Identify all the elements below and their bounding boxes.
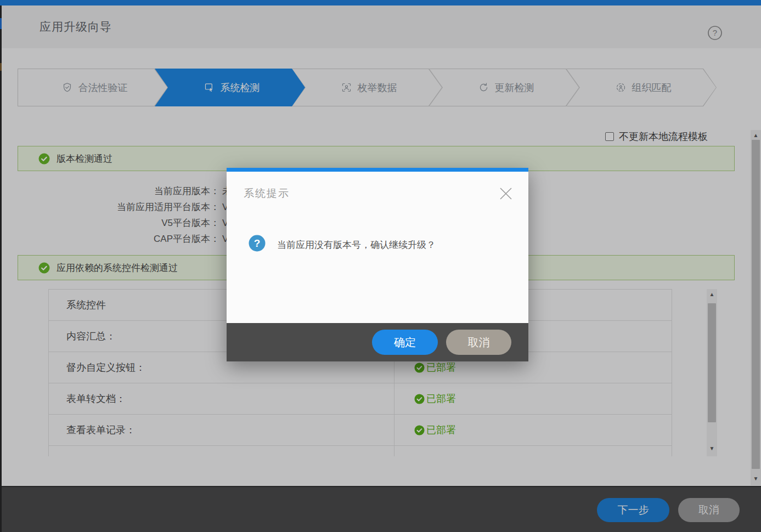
- dialog-message: 当前应用没有版本号，确认继续升级？: [277, 239, 436, 251]
- svg-text:?: ?: [254, 237, 261, 249]
- close-icon[interactable]: [498, 185, 514, 202]
- dialog-footer: 确定 取消: [227, 323, 528, 361]
- dialog-ok-button[interactable]: 确定: [372, 330, 438, 355]
- dialog-title: 系统提示: [244, 186, 290, 201]
- app-upgrade-wizard-window: 应用升级向导 ? 合法性验证 系统检测 枚举数据: [0, 0, 761, 532]
- dialog-accent-bar: [227, 168, 528, 172]
- dialog-cancel-button[interactable]: 取消: [446, 330, 511, 355]
- question-circle-filled-icon: ?: [249, 235, 266, 252]
- system-prompt-dialog: 系统提示 ? 当前应用没有版本号，确认继续升级？ 确定 取消: [227, 168, 528, 361]
